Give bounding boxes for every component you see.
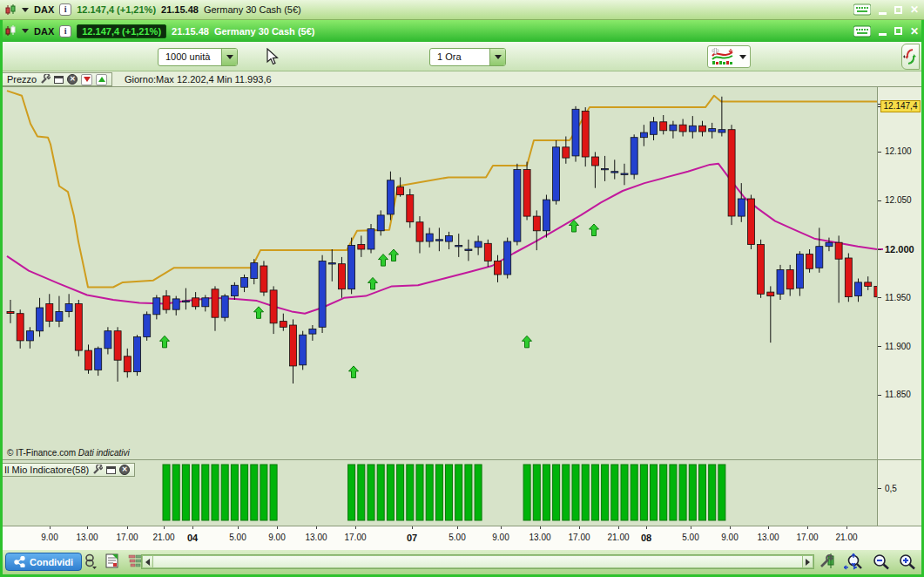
close-button[interactable]: ✕ <box>910 26 919 37</box>
sell-arrow-button[interactable] <box>81 74 92 85</box>
indicator-bar <box>163 465 170 520</box>
chart-toolbar: 1000 unità 1 Ora <box>3 42 921 71</box>
indicator-bar <box>202 465 209 520</box>
timeframe-select-value: 1 Ora <box>430 49 469 65</box>
day-range-label: Giorno:Max 12.202,4 Min 11.993,6 <box>125 74 272 85</box>
time-tick <box>164 526 165 529</box>
time-axis[interactable]: 9.0013.0017.0021.00045.009.0013.0017.000… <box>0 526 921 550</box>
price-tick-label: 12.050 <box>885 195 912 205</box>
share-button[interactable]: Condividi <box>5 553 82 571</box>
up-candle <box>231 285 238 295</box>
down-candle <box>85 350 92 370</box>
price-tick <box>878 346 881 347</box>
indicator-bar <box>241 465 248 520</box>
units-select[interactable]: 1000 unità <box>158 48 238 66</box>
candlestick-logo-icon <box>5 4 17 16</box>
maximize-button[interactable] <box>894 6 902 14</box>
up-candle <box>241 277 248 287</box>
time-tick <box>501 526 502 529</box>
up-candle <box>514 170 521 242</box>
close-pane-icon[interactable]: ✕ <box>67 74 78 85</box>
chart-scrollbar[interactable] <box>141 554 814 569</box>
time-tick <box>807 526 808 529</box>
indicator-bar <box>563 465 570 520</box>
down-candle <box>7 311 14 313</box>
price-chart-plot[interactable]: © IT-Finance.com Dati indicativi <box>0 87 877 459</box>
down-candle <box>865 282 872 287</box>
chart-settings-icon[interactable] <box>819 553 836 574</box>
inactive-window-titlebar[interactable]: DAX i 12.147,4 (+1,21%) 21.15.48 Germany… <box>0 0 924 20</box>
up-candle <box>134 336 141 371</box>
indicator-bar <box>718 465 725 520</box>
up-candle <box>309 329 316 335</box>
up-candle <box>738 199 745 216</box>
up-candle <box>455 246 462 247</box>
detach-window-icon[interactable] <box>54 76 64 84</box>
price-tick-label: 11.850 <box>885 390 911 399</box>
side-panel-toggle-button[interactable] <box>901 44 920 70</box>
time-tick <box>457 526 458 529</box>
down-candle <box>290 325 297 366</box>
scroll-left-button[interactable] <box>142 555 153 568</box>
price-pane-header: Prezzo ✕ Giorno:Max 12.202,4 Min 11.993,… <box>3 71 921 87</box>
down-candle <box>192 298 199 307</box>
up-candle <box>387 180 394 214</box>
minimize-button[interactable] <box>879 33 887 36</box>
info-icon[interactable]: i <box>59 25 71 37</box>
up-candle <box>816 247 823 268</box>
zoom-out-icon[interactable] <box>872 553 891 574</box>
time-tick <box>646 526 647 529</box>
buy-signal-arrow-icon <box>349 366 359 378</box>
buy-arrow-button[interactable] <box>96 74 107 85</box>
news-notes-icon[interactable] <box>105 553 118 572</box>
indicator-pane-tab[interactable]: Il Mio Indicatore(58) ✕ <box>0 463 135 477</box>
close-pane-icon[interactable]: ✕ <box>119 465 130 475</box>
indicator-bar <box>446 465 453 520</box>
symbol-dropdown-icon[interactable] <box>22 8 29 12</box>
up-candle <box>328 263 335 264</box>
keyboard-icon[interactable] <box>853 25 871 37</box>
symbol-dropdown-icon[interactable] <box>22 29 29 33</box>
time-tick <box>846 526 847 529</box>
close-button[interactable]: ✕ <box>910 4 919 15</box>
link-charts-icon[interactable] <box>84 553 98 574</box>
units-select-arrow-icon[interactable] <box>221 49 237 65</box>
down-candle <box>484 243 491 261</box>
time-label: 13.00 <box>68 533 106 542</box>
zoom-drag-icon[interactable] <box>844 553 865 574</box>
symbol-label: DAX <box>34 4 54 15</box>
settings-wrench-icon[interactable] <box>92 465 103 475</box>
zoom-in-icon[interactable] <box>898 553 917 574</box>
up-candle <box>777 269 784 294</box>
scrollbar-thumb[interactable] <box>153 555 802 568</box>
settings-wrench-icon[interactable] <box>40 74 51 85</box>
timeframe-select[interactable]: 1 Ora <box>429 48 506 66</box>
chart-style-button[interactable] <box>707 45 751 68</box>
up-candle <box>670 125 677 131</box>
time-tick <box>192 526 193 529</box>
indicator-pane[interactable]: Il Mio Indicatore(58) ✕ <box>0 459 877 526</box>
time-tick <box>127 526 128 529</box>
timeframe-select-arrow-icon[interactable] <box>489 49 505 65</box>
indicator-bar <box>709 465 716 520</box>
info-icon[interactable]: i <box>59 3 71 16</box>
down-candle <box>495 261 502 275</box>
up-candle <box>300 335 307 365</box>
maximize-button[interactable] <box>894 27 902 35</box>
indicator-bar <box>651 465 658 520</box>
active-window-titlebar[interactable]: DAX i 12.147,4 (+1,21%) 21.15.48 Germany… <box>0 20 924 42</box>
price-axis[interactable]: 12.147,4 12.10012.05012.00011.95011.9001… <box>877 87 921 459</box>
price-pane-tab[interactable]: Prezzo ✕ <box>3 72 112 86</box>
chart-style-dropdown-icon[interactable] <box>739 55 746 59</box>
indicator-bar <box>602 465 609 520</box>
time-label: 9.00 <box>711 533 749 542</box>
scroll-right-button[interactable] <box>802 555 813 568</box>
window-border-left <box>0 20 3 577</box>
keyboard-icon[interactable] <box>853 3 871 16</box>
indicator-bar <box>465 465 472 520</box>
instrument-label: Germany 30 Cash (5€) <box>204 4 301 15</box>
minimize-button[interactable] <box>879 12 887 15</box>
detach-window-icon[interactable] <box>106 466 116 474</box>
up-candle <box>621 173 628 174</box>
down-candle <box>747 199 754 245</box>
